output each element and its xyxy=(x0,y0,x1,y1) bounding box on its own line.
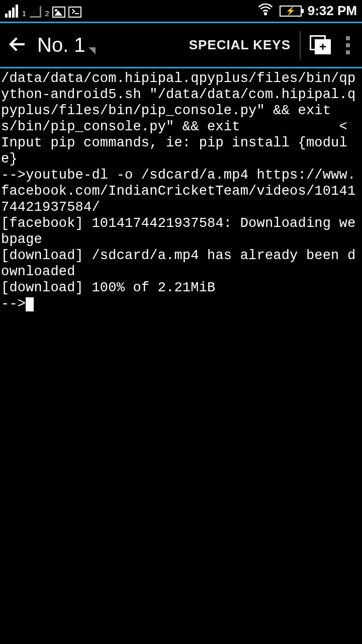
terminal-icon xyxy=(68,7,81,18)
back-button[interactable] xyxy=(7,34,28,57)
battery-icon: ⚡ xyxy=(280,6,302,17)
session-dropdown[interactable]: No. 1 xyxy=(37,34,96,56)
status-bar: 1 2 ⚡ 9:32 PM xyxy=(0,0,362,23)
signal-icon xyxy=(5,5,18,18)
wifi-icon xyxy=(257,1,274,21)
app-bar: No. 1 SPECIAL KEYS + xyxy=(0,23,362,68)
terminal-line: [facebook] 1014174421937584: Downloading… xyxy=(1,216,355,247)
terminal-line: -->youtube-dl -o /sdcard/a.mp4 https://w… xyxy=(1,168,355,215)
divider xyxy=(300,31,301,59)
overflow-menu-button[interactable] xyxy=(341,36,355,54)
new-window-button[interactable]: + xyxy=(310,35,332,55)
terminal-line: /data/data/com.hipipal.qpyplus/files/bin… xyxy=(1,71,355,118)
terminal-line: [download] 100% of 2.21MiB xyxy=(1,280,215,295)
status-right: ⚡ 9:32 PM xyxy=(257,1,357,21)
clock: 9:32 PM xyxy=(308,3,357,19)
charging-icon: ⚡ xyxy=(286,6,296,16)
chevron-down-icon xyxy=(88,47,96,54)
sim2-label: 2 xyxy=(45,10,49,18)
terminal-prompt: --> xyxy=(1,296,26,311)
special-keys-button[interactable]: SPECIAL KEYS xyxy=(189,37,291,53)
terminal-output[interactable]: /data/data/com.hipipal.qpyplus/files/bin… xyxy=(0,68,362,314)
picture-icon xyxy=(52,7,65,18)
session-label: No. 1 xyxy=(37,34,85,56)
svg-point-0 xyxy=(264,13,266,15)
terminal-line: s/bin/pip_console.py" && exit < xyxy=(1,119,347,134)
status-left: 1 2 xyxy=(5,5,81,18)
terminal-line: [download] /sdcard/a.mp4 has already bee… xyxy=(1,248,355,279)
signal-empty-icon xyxy=(29,6,41,18)
cursor-icon xyxy=(26,297,34,311)
plus-icon: + xyxy=(315,39,331,54)
terminal-line: Input pip commands, ie: pip install {mod… xyxy=(1,135,347,167)
sim1-label: 1 xyxy=(22,10,26,18)
